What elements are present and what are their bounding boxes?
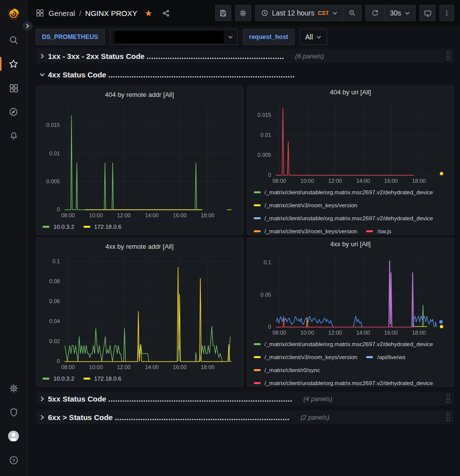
legend-item[interactable]: 10.0.3.2 xyxy=(42,376,74,382)
legend-series-label: /_matrix/client/unstable/org.matrix.msc2… xyxy=(265,189,434,195)
avatar xyxy=(7,430,20,443)
legend-row: /_matrix/client/v3/room_keys/version/sw.… xyxy=(254,225,449,235)
chart-404-by-remote-addr[interactable]: 00.0050.010.01508:0010:0012:0014:0016:00… xyxy=(40,100,239,219)
sidebar-expand-button[interactable] xyxy=(22,20,33,31)
chevron-right-icon xyxy=(38,396,46,402)
sidebar-item-settings[interactable] xyxy=(0,376,27,400)
legend-item[interactable]: /_matrix/client/unstable/org.matrix.msc2… xyxy=(254,189,434,195)
refresh-interval-picker[interactable]: 30s xyxy=(384,5,415,20)
variable-request-host-select[interactable]: All xyxy=(300,29,327,45)
legend-item[interactable]: /_matrix/client/v3/room_keys/version xyxy=(254,202,358,208)
row-drag-handle[interactable] xyxy=(445,393,451,404)
chart-404-by-uri[interactable]: 00.0050.010.01508:0010:0012:0014:0016:00… xyxy=(252,96,450,185)
legend-item[interactable]: /sw.js xyxy=(366,228,391,234)
legend-series-swatch xyxy=(254,343,261,345)
sidebar-item-help[interactable]: ? xyxy=(0,448,27,472)
row-header-6xx[interactable]: 6xx > Status Code ......................… xyxy=(36,410,454,424)
legend-item[interactable]: /_matrix/client/v3/room_keys/version xyxy=(254,354,358,360)
chevron-right-icon xyxy=(25,23,30,28)
panel-4xx-by-remote-addr: 4xx by remote addr [All] 00.020.040.060.… xyxy=(36,238,243,387)
variables-bar: DS_PROMETHEUS request_host All xyxy=(27,26,460,46)
panel-title[interactable]: 404 by remote addr [All] xyxy=(40,88,239,100)
dashboard-settings-button[interactable] xyxy=(235,5,251,21)
legend-series-swatch xyxy=(42,378,49,380)
breadcrumb-folder[interactable]: General xyxy=(48,9,75,17)
svg-text:0.08: 0.08 xyxy=(49,278,60,284)
save-icon xyxy=(219,9,227,17)
svg-text:0.01: 0.01 xyxy=(49,150,60,156)
more-options-button[interactable] xyxy=(440,5,454,21)
svg-text:18:00: 18:00 xyxy=(412,330,426,336)
row-header-1xx-3xx-2xx[interactable]: 1xx - 3xx - 2xx Status Code ............… xyxy=(36,49,454,63)
variable-label-ds-prometheus: DS_PROMETHEUS xyxy=(35,29,105,45)
legend-item[interactable]: /_matrix/client/r0/sync xyxy=(254,367,320,373)
row-header-4xx[interactable]: 4xx Status Code ........................… xyxy=(36,67,454,81)
legend-item[interactable]: /_matrix/client/unstable/org.matrix.msc2… xyxy=(254,380,434,386)
svg-text:10:00: 10:00 xyxy=(300,178,314,184)
sidebar-item-starred[interactable] xyxy=(0,52,27,76)
svg-text:16:00: 16:00 xyxy=(173,212,186,218)
refresh-interval-label: 30s xyxy=(390,9,401,17)
legend-item[interactable]: /_matrix/client/v3/room_keys/version xyxy=(254,228,358,234)
sidebar-item-dashboards[interactable] xyxy=(0,76,27,100)
svg-text:0: 0 xyxy=(57,206,60,212)
row-panel-count: (2 panels) xyxy=(301,414,330,421)
row-drag-handle[interactable] xyxy=(445,50,451,61)
redacted-value xyxy=(114,31,224,43)
svg-text:16:00: 16:00 xyxy=(384,178,398,184)
svg-text:0: 0 xyxy=(268,324,271,330)
legend-item[interactable]: 172.18.0.6 xyxy=(83,376,121,382)
row-header-5xx[interactable]: 5xx Status Code ........................… xyxy=(36,392,454,406)
panel-404-by-remote-addr: 404 by remote addr [All] 00.0050.010.015… xyxy=(36,86,243,235)
time-range-picker[interactable]: Last 12 hours CST xyxy=(256,5,343,20)
zoom-out-button[interactable] xyxy=(343,5,361,20)
legend-row: /_matrix/client/unstable/org.matrix.msc2… xyxy=(254,186,449,199)
share-button[interactable] xyxy=(162,9,170,17)
favorite-star-button[interactable] xyxy=(144,9,153,17)
legend-series-swatch xyxy=(254,382,261,384)
legend-item[interactable]: /api/live/ws xyxy=(366,354,405,360)
legend-item[interactable]: /_matrix/client/unstable/org.matrix.msc2… xyxy=(254,215,434,221)
row-drag-handle[interactable] xyxy=(445,412,451,423)
legend-row: /_matrix/client/unstable/org.matrix.msc2… xyxy=(254,377,449,387)
legend-series-label: 10.0.3.2 xyxy=(53,376,74,382)
panel-title[interactable]: 4xx by remote addr [All] xyxy=(40,240,239,252)
svg-text:16:00: 16:00 xyxy=(173,364,186,370)
save-dashboard-button[interactable] xyxy=(215,5,231,21)
legend-row: /_matrix/client/v3/room_keys/version/api… xyxy=(254,351,449,364)
dashboards-grid-icon xyxy=(8,83,19,93)
svg-text:18:00: 18:00 xyxy=(201,364,214,370)
row-title-dots: ........................................… xyxy=(108,70,295,79)
sidebar-item-alerting[interactable] xyxy=(0,124,27,148)
panel-title[interactable]: 4xx by uri [All] xyxy=(252,240,450,248)
legend-item[interactable]: /_matrix/client/unstable/org.matrix.msc2… xyxy=(254,341,434,347)
svg-text:?: ? xyxy=(12,458,15,463)
svg-text:0: 0 xyxy=(268,172,271,178)
cycle-view-mode-button[interactable] xyxy=(420,5,436,21)
refresh-button[interactable] xyxy=(366,5,384,20)
legend-row: /_matrix/client/unstable/org.matrix.msc2… xyxy=(254,338,449,351)
help-icon: ? xyxy=(8,455,19,466)
sidebar-item-search[interactable] xyxy=(0,28,27,52)
sidebar-bottom: ? xyxy=(0,376,27,476)
dashboard-title[interactable]: NGINX PROXY xyxy=(85,9,137,17)
sidebar-item-explore[interactable] xyxy=(0,100,27,124)
variable-request-host-value: All xyxy=(305,33,313,41)
chart-legend: 10.0.3.2172.18.0.6 xyxy=(40,219,239,233)
legend-row: /_matrix/client/unstable/org.matrix.msc2… xyxy=(254,212,449,225)
chart-4xx-by-remote-addr[interactable]: 00.020.040.060.080.108:0010:0012:0014:00… xyxy=(40,252,239,371)
sidebar-item-security[interactable] xyxy=(0,400,27,424)
variable-ds-prometheus-select[interactable] xyxy=(110,29,238,45)
panel-title[interactable]: 404 by uri [All] xyxy=(252,88,450,96)
legend-item[interactable]: 172.18.0.6 xyxy=(83,224,121,230)
legend-item[interactable]: 10.0.3.2 xyxy=(42,224,74,230)
svg-text:0: 0 xyxy=(57,358,60,364)
sidebar-item-profile[interactable] xyxy=(0,424,27,448)
svg-text:0.05: 0.05 xyxy=(260,292,271,298)
bell-icon xyxy=(8,131,19,141)
chevron-down-icon xyxy=(228,34,233,40)
chart-4xx-by-uri[interactable]: 00.050.108:0010:0012:0014:0016:0018:00 xyxy=(252,248,450,337)
legend-series-swatch xyxy=(366,230,373,232)
chevron-right-icon xyxy=(38,53,46,59)
grafana-logo-icon xyxy=(7,7,20,20)
